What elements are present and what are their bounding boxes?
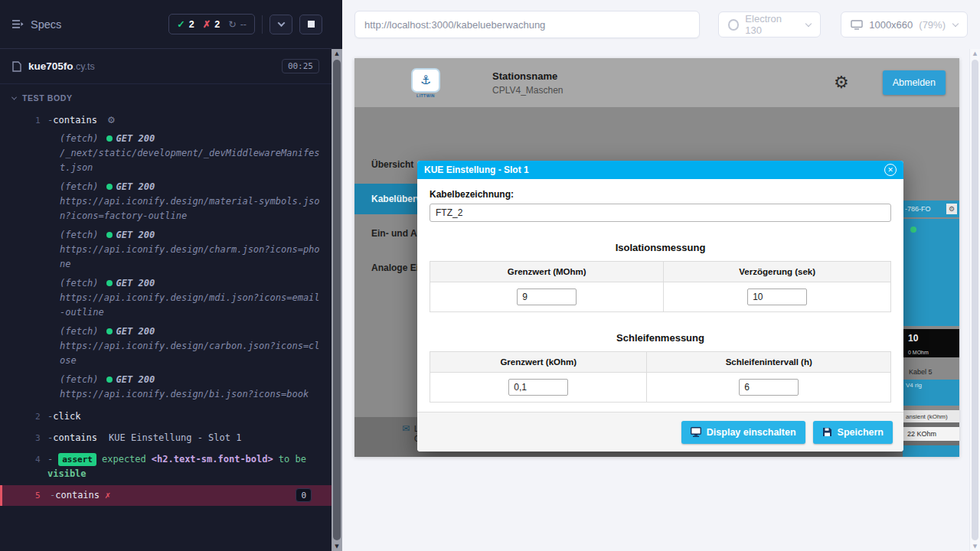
spec-file-icon (12, 61, 21, 72)
command-number: 1 (0, 113, 47, 128)
status-dot-icon (106, 328, 113, 334)
kue-settings-modal: KUE Einstellung - Slot 1 ✕ Kabelbezeichn… (417, 161, 903, 452)
logo-text: LITTWIN (416, 93, 435, 98)
chevron-down-icon (11, 94, 17, 99)
test-body-label: TEST BODY (22, 93, 73, 103)
app-body: Übersicht Kabelüberw Ein- und Au Analoge… (354, 107, 959, 417)
close-icon[interactable]: ✕ (884, 164, 897, 176)
fetch-status: GET 200 (116, 133, 155, 144)
refresh-icon: ↻ (228, 18, 236, 30)
url-input[interactable]: http://localhost:3000/kabelueberwachung (354, 11, 700, 38)
reporter-scrollbar[interactable]: ▲ ▼ (332, 0, 342, 551)
display-einschalten-button[interactable]: Display einschalten (681, 421, 805, 444)
bg-transient-label: ansient (kOhm) (903, 410, 959, 422)
isolationsmessung-table: Grenzwert (MOhm) Verzögerung (sek) (430, 261, 891, 312)
settings-gear-icon[interactable]: ⚙ (834, 74, 849, 91)
spec-file-row[interactable]: kue705fo.cy.ts 00:25 (0, 49, 332, 84)
command-text: -click (47, 409, 80, 424)
isolationsmessung-heading: Isolationsmessung (430, 242, 891, 253)
command-row-click[interactable]: 2 -click (0, 406, 332, 427)
command-number: 3 (0, 431, 47, 445)
fetch-status: GET 200 (116, 230, 155, 240)
fail-x-icon: ✗ (105, 488, 110, 503)
grenzwert-kohm-input[interactable] (508, 379, 568, 396)
display-icon (691, 427, 701, 437)
gear-icon: ⚙ (946, 204, 957, 214)
assert-badge: assert (58, 453, 96, 466)
station-value: CPLV4_Maschen (492, 85, 564, 96)
bg-measurement-unit: 0 MOhm (903, 347, 959, 357)
command-row-assert[interactable]: 4 - assert expected <h2.text-sm.font-bol… (0, 449, 332, 484)
fetch-log-row[interactable]: (fetch)GET 200 /_next/static/development… (0, 132, 332, 175)
app-under-test: ⚓ LITTWIN Stationsname CPLV4_Maschen ⚙ A… (354, 58, 959, 457)
fetch-log-row[interactable]: (fetch)GET 200 https://api.iconify.desig… (0, 373, 332, 402)
bg-measurement-value: 10 (903, 329, 959, 347)
fetch-status: GET 200 (116, 181, 155, 192)
mail-icon: ✉ (402, 424, 410, 433)
fetch-label: (fetch) (60, 374, 99, 385)
station-label: Stationsname (492, 70, 564, 82)
reporter-panel: Specs ✓2 ✗2 ↻-- kue705fo.cy.ts 00:25 (0, 0, 332, 551)
scroll-down-icon[interactable]: ▼ (335, 542, 338, 551)
browser-select[interactable]: Electron 130 (718, 11, 821, 37)
command-row-contains-1[interactable]: 1 -contains ⚙ (0, 110, 332, 131)
viewport-size: 1000x660 (869, 19, 913, 31)
fetch-log-row[interactable]: (fetch)GET 200 https://api.iconify.desig… (0, 180, 332, 223)
schleifenintervall-input[interactable] (739, 379, 799, 396)
fetch-log-row[interactable]: (fetch)GET 200 https://api.iconify.desig… (0, 228, 332, 272)
specs-button[interactable]: Specs (12, 18, 61, 31)
scrollbar-thumb[interactable] (972, 60, 978, 540)
command-row-contains-2[interactable]: 3 -contains KUE Einstellung - Slot 1 (0, 428, 332, 448)
command-text: -contains (50, 488, 100, 503)
viewport-select[interactable]: 1000x660 (79%) (841, 11, 968, 37)
scroll-up-icon[interactable]: ▲ (973, 49, 977, 58)
stat-failed: ✗2 (203, 18, 220, 30)
status-dot-icon (106, 280, 113, 286)
spec-extension: .cy.ts (74, 61, 95, 72)
table-row (430, 373, 891, 403)
aut-scrollbar[interactable]: ▲ ▼ (969, 49, 980, 551)
stat-passed: ✓2 (177, 18, 194, 30)
scrollbar-thumb[interactable] (333, 60, 341, 540)
station-info: Stationsname CPLV4_Maschen (492, 70, 564, 96)
status-dot-icon (106, 232, 113, 238)
kabelbezeichnung-input[interactable] (430, 204, 891, 222)
viewport-zoom: (79%) (919, 19, 946, 31)
background-content-strip: -786-FO⚙ 10 0 MOhm Kabel 5 V4 rig ansien… (903, 107, 959, 417)
fetch-url: https://api.iconify.design/bi.json?icons… (60, 387, 321, 402)
speichern-button[interactable]: Speichern (813, 421, 893, 444)
stop-button[interactable] (299, 15, 322, 34)
scroll-up-icon[interactable]: ▲ (335, 49, 338, 58)
button-label: Speichern (838, 427, 884, 438)
scroll-down-icon[interactable]: ▼ (973, 542, 977, 551)
status-dot-icon (106, 184, 113, 190)
command-text: -contains (47, 431, 97, 445)
fetch-url: https://api.iconify.design/mdi.json?icon… (60, 291, 321, 320)
assert-target-selector: <h2.text-sm.font-bold> (152, 452, 273, 467)
command-row-contains-failed[interactable]: 5 -contains ✗ 0 (0, 485, 332, 506)
collapse-button[interactable] (270, 15, 292, 34)
scrollbar-cap (332, 0, 342, 49)
spec-name: kue705fo.cy.ts (28, 60, 95, 72)
schleifenmessung-table: Grenzwert (kOhm) Schleifenintervall (h) (430, 351, 891, 403)
cross-icon: ✗ (203, 18, 211, 30)
assert-expected: expected (102, 452, 146, 467)
status-dot-icon (106, 377, 113, 383)
chevron-down-icon (805, 20, 812, 26)
command-text: -contains (47, 113, 97, 128)
logo-glyph-icon: ⚓ (420, 73, 431, 87)
fetch-url: https://api.iconify.design/material-symb… (60, 194, 321, 223)
command-number: 4 (0, 452, 47, 467)
spec-timer: 00:25 (282, 59, 319, 73)
test-body-toggle[interactable]: TEST BODY (0, 84, 332, 109)
fetch-log-row[interactable]: (fetch)GET 200 https://api.iconify.desig… (0, 276, 332, 320)
chevron-down-icon (277, 19, 285, 27)
fetch-log-row[interactable]: (fetch)GET 200 https://api.iconify.desig… (0, 324, 332, 368)
retry-count-badge: 0 (296, 488, 312, 502)
bg-kohm-value: 22 KOhm (903, 427, 959, 441)
grenzwert-mohm-input[interactable] (517, 289, 577, 305)
specs-label: Specs (31, 18, 61, 31)
logout-button[interactable]: Abmelden (883, 70, 946, 95)
status-dot-icon (910, 227, 916, 233)
verzoegerung-sek-input[interactable] (747, 289, 807, 305)
